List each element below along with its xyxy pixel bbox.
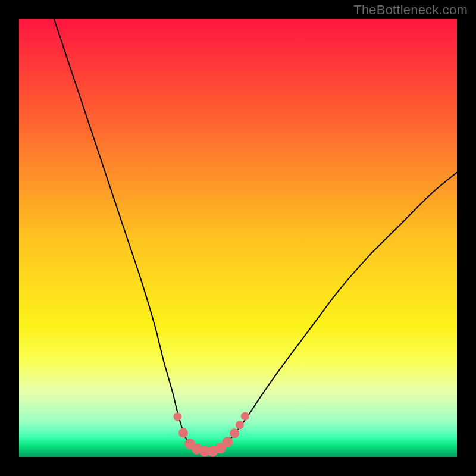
- marker-dot: [230, 428, 239, 438]
- marker-dot: [178, 428, 188, 438]
- bottleneck-chart: [19, 19, 457, 457]
- marker-dot: [241, 412, 249, 421]
- marker-dot: [236, 421, 244, 429]
- marker-dot: [173, 412, 181, 421]
- plot-area: [19, 19, 457, 457]
- chart-frame: TheBottleneck.com: [0, 0, 476, 476]
- marker-dot: [222, 437, 233, 447]
- watermark-text: TheBottleneck.com: [353, 2, 468, 18]
- gradient-background: [19, 19, 457, 457]
